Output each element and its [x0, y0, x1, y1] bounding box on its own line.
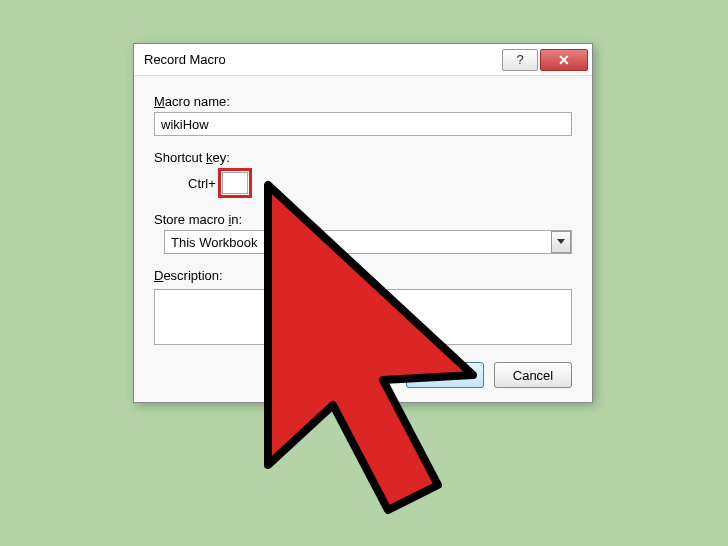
store-macro-value: This Workbook: [171, 235, 257, 250]
shortcut-key-field: Shortcut key: Ctrl+: [154, 150, 572, 198]
close-button[interactable]: ✕: [540, 49, 588, 71]
titlebar[interactable]: Record Macro ? ✕: [134, 44, 592, 76]
macro-name-input[interactable]: [154, 112, 572, 136]
shortcut-key-label: Shortcut key:: [154, 150, 572, 165]
dialog-title: Record Macro: [144, 52, 500, 67]
macro-name-field: Macro name:: [154, 94, 572, 136]
help-button[interactable]: ?: [502, 49, 538, 71]
store-macro-label: Store macro in:: [154, 212, 572, 227]
description-field: Description:: [154, 268, 572, 348]
dialog-body: Macro name: Shortcut key: Ctrl+ Store ma…: [134, 76, 592, 402]
ctrl-label: Ctrl+: [188, 176, 216, 191]
shortcut-highlight: [218, 168, 252, 198]
cancel-button[interactable]: Cancel: [494, 362, 572, 388]
shortcut-key-input[interactable]: [222, 172, 248, 194]
record-macro-dialog: Record Macro ? ✕ Macro name: Shortcut ke…: [133, 43, 593, 403]
store-macro-field: Store macro in: This Workbook: [154, 212, 572, 254]
help-icon: ?: [516, 52, 523, 67]
chevron-down-icon[interactable]: [551, 231, 571, 253]
dialog-buttons: OK Cancel: [154, 362, 572, 388]
ok-button[interactable]: OK: [406, 362, 484, 388]
description-label: Description:: [154, 268, 572, 283]
store-macro-select[interactable]: This Workbook: [164, 230, 572, 254]
description-input[interactable]: [154, 289, 572, 345]
close-icon: ✕: [558, 52, 570, 68]
macro-name-label: Macro name:: [154, 94, 572, 109]
